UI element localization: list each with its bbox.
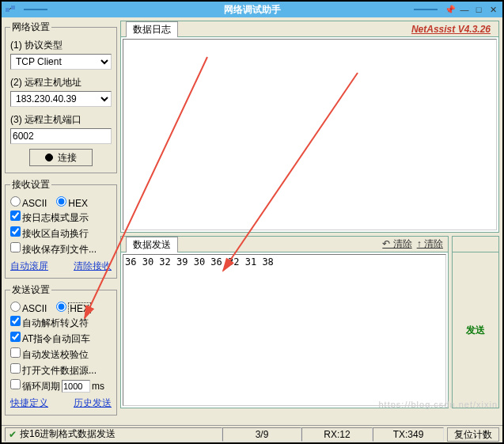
clear-recv-link[interactable]: 清除接收 — [74, 260, 112, 273]
send-escape-check[interactable]: 自动解析转义符 — [10, 316, 89, 330]
send-ascii-radio[interactable]: ASCII — [10, 302, 47, 314]
recv-auto-wrap-check[interactable]: 接收区自动换行 — [10, 226, 89, 241]
titlebar: 网络调试助手 📌 — □ ✕ — [2, 2, 502, 17]
svg-line-2 — [9, 8, 11, 9]
host-label: (2) 远程主机地址 — [10, 76, 112, 89]
send-button[interactable]: 发送 — [452, 252, 499, 408]
maximize-button[interactable]: □ — [472, 4, 485, 15]
send-at-cr-check[interactable]: AT指令自动回车 — [10, 332, 90, 346]
port-label: (3) 远程主机端口 — [10, 113, 112, 127]
recv-legend: 接收设置 — [10, 178, 51, 192]
send-settings-panel: 发送设置 ASCII HEX 自动解析转义符 AT指令自动回车 自动发送校验位 … — [5, 283, 117, 416]
log-textarea[interactable] — [123, 39, 497, 230]
protocol-label: (1) 协议类型 — [10, 39, 112, 52]
recv-save-file-check[interactable]: 接收保存到文件... — [10, 242, 97, 256]
close-button[interactable]: ✕ — [487, 4, 499, 15]
svg-rect-1 — [11, 6, 15, 9]
network-settings-panel: 网络设置 (1) 协议类型 TCP Client (2) 远程主机地址 183.… — [5, 21, 117, 173]
protocol-select[interactable]: TCP Client — [10, 54, 112, 70]
send-tab[interactable]: 数据发送 — [126, 237, 178, 252]
recv-ascii-radio[interactable]: ASCII — [10, 196, 47, 209]
clear-undo-button[interactable]: ↶ 清除 — [382, 237, 411, 251]
watermark: https://blog.csdn.net/xixin — [378, 400, 498, 409]
log-tab[interactable]: 数据日志 — [126, 21, 178, 37]
reset-counter-button[interactable]: 复位计数 — [447, 427, 499, 442]
status-circle-icon — [45, 154, 53, 161]
cycle-unit: ms — [92, 381, 104, 392]
app-icon — [5, 4, 16, 15]
svg-rect-0 — [6, 8, 9, 12]
log-panel: 数据日志 NetAssist V4.3.26 — [120, 21, 499, 233]
send-textarea[interactable]: 36 30 32 39 30 36 32 31 38 — [123, 254, 446, 406]
clear-button[interactable]: ↑ 清除 — [417, 237, 443, 251]
host-select[interactable]: 183.230.40.39 — [10, 91, 112, 107]
window-title: 网络调试助手 — [224, 3, 281, 17]
port-input[interactable] — [10, 128, 112, 144]
version-label[interactable]: NetAssist V4.3.26 — [411, 24, 491, 35]
status-counter: 3/9 — [222, 427, 301, 442]
status-tx: TX:349 — [373, 427, 444, 442]
status-rx: RX:12 — [301, 427, 373, 442]
recv-hex-radio[interactable]: HEX — [56, 196, 88, 209]
statusbar: ✔按16进制格式数据发送 3/9 RX:12 TX:349 复位计数 — [2, 425, 502, 442]
network-legend: 网络设置 — [10, 21, 51, 34]
connect-button[interactable]: 连接 — [29, 149, 93, 166]
status-ready: ✔按16进制格式数据发送 — [5, 427, 222, 442]
send-hex-radio[interactable]: HEX — [56, 302, 91, 314]
auto-scroll-link[interactable]: 自动滚屏 — [10, 260, 48, 273]
minimize-button[interactable]: — — [458, 4, 471, 15]
send-legend: 发送设置 — [10, 283, 51, 297]
recv-log-mode-check[interactable]: 按日志模式显示 — [10, 211, 89, 225]
pin-icon[interactable]: 📌 — [444, 4, 457, 15]
send-open-file-check[interactable]: 打开文件数据源... — [10, 363, 97, 378]
ready-icon: ✔ — [9, 429, 17, 440]
send-cycle-check[interactable]: 循环周期 — [10, 379, 60, 393]
send-checksum-check[interactable]: 自动发送校验位 — [10, 347, 89, 362]
history-send-link[interactable]: 历史发送 — [74, 397, 112, 410]
send-panel: 数据发送 ↶ 清除 ↑ 清除 36 30 32 39 30 36 32 31 3… — [120, 236, 449, 408]
quick-def-link[interactable]: 快捷定义 — [10, 397, 48, 410]
recv-settings-panel: 接收设置 ASCII HEX 按日志模式显示 接收区自动换行 接收保存到文件..… — [5, 178, 117, 279]
cycle-input[interactable] — [62, 380, 90, 393]
